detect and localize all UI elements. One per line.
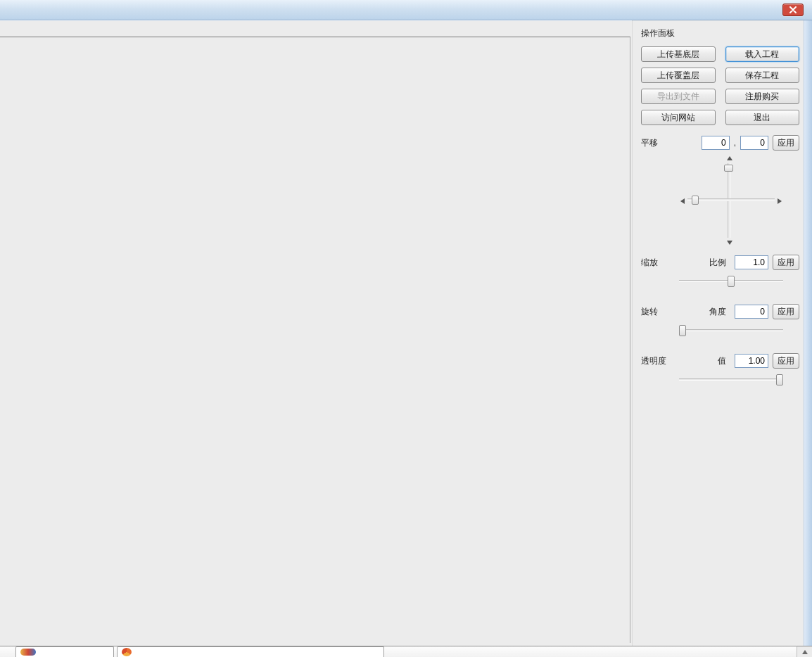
taskbar-sliver	[0, 646, 797, 657]
pan-down-arrow-icon[interactable]	[727, 241, 732, 245]
opacity-value-input[interactable]	[735, 354, 768, 368]
canvas-viewport[interactable]	[0, 37, 630, 643]
rotate-sub-label: 角度	[709, 306, 730, 318]
opacity-slider[interactable]	[679, 374, 783, 385]
visit-site-button[interactable]: 访问网站	[641, 110, 716, 125]
rotate-slider[interactable]	[679, 325, 783, 336]
scroll-up-button[interactable]	[797, 646, 812, 657]
panel-title: 操作面板	[641, 27, 799, 39]
upload-overlay-button[interactable]: 上传覆盖层	[641, 68, 716, 83]
window-right-edge	[804, 20, 812, 657]
scale-slider[interactable]	[679, 276, 783, 287]
opacity-slider-thumb[interactable]	[776, 374, 783, 385]
upload-base-button[interactable]: 上传基底层	[641, 46, 716, 62]
pan-up-arrow-icon[interactable]	[727, 156, 732, 160]
window-close-button[interactable]	[782, 4, 804, 16]
scale-value-input[interactable]	[735, 255, 768, 269]
pan-x-input[interactable]	[702, 136, 730, 150]
pan-horizontal-thumb[interactable]	[692, 196, 699, 205]
pan-left-arrow-icon[interactable]	[680, 198, 685, 204]
pan-right-arrow-icon[interactable]	[778, 198, 782, 204]
action-button-grid: 上传基底层 载入工程 上传覆盖层 保存工程 导出到文件 注册购买 访问网站 退出	[641, 46, 799, 125]
rotate-section: 旋转 角度 应用	[641, 304, 799, 336]
export-file-button: 导出到文件	[641, 89, 716, 104]
save-project-button[interactable]: 保存工程	[725, 68, 800, 83]
main-canvas-area	[0, 20, 632, 657]
opacity-section: 透明度 值 应用	[641, 353, 799, 385]
exit-button[interactable]: 退出	[725, 110, 800, 125]
opacity-apply-button[interactable]: 应用	[773, 353, 799, 369]
pan-joystick	[679, 155, 783, 246]
taskbar-icon-2	[122, 648, 132, 656]
pan-section: 平移 , 应用	[641, 135, 799, 246]
pan-apply-button[interactable]: 应用	[773, 135, 799, 151]
rotate-apply-button[interactable]: 应用	[773, 304, 799, 319]
pan-label: 平移	[641, 137, 665, 149]
taskbar-icon-1	[20, 649, 36, 656]
opacity-label: 透明度	[641, 355, 671, 367]
register-buy-button[interactable]: 注册购买	[725, 89, 800, 104]
scale-apply-button[interactable]: 应用	[773, 255, 799, 270]
opacity-sub-label: 值	[718, 355, 730, 367]
rotate-slider-thumb[interactable]	[679, 325, 686, 336]
pan-y-input[interactable]	[740, 136, 768, 150]
pan-separator: ,	[734, 138, 736, 148]
scale-slider-thumb[interactable]	[728, 276, 735, 287]
taskbar-item-2[interactable]	[117, 646, 384, 657]
window-titlebar	[0, 0, 812, 20]
control-panel: 操作面板 上传基底层 载入工程 上传覆盖层 保存工程 导出到文件 注册购买 访问…	[632, 20, 812, 657]
taskbar-item-1[interactable]	[15, 646, 114, 657]
pan-vertical-thumb[interactable]	[724, 165, 733, 172]
rotate-value-input[interactable]	[735, 305, 768, 319]
load-project-button[interactable]: 载入工程	[725, 46, 800, 62]
rotate-label: 旋转	[641, 306, 665, 319]
scale-label: 缩放	[641, 257, 665, 270]
pan-horizontal-track[interactable]	[687, 198, 775, 201]
chevron-up-icon	[802, 650, 808, 654]
scale-section: 缩放 比例 应用	[641, 255, 799, 287]
scale-sub-label: 比例	[709, 257, 730, 269]
